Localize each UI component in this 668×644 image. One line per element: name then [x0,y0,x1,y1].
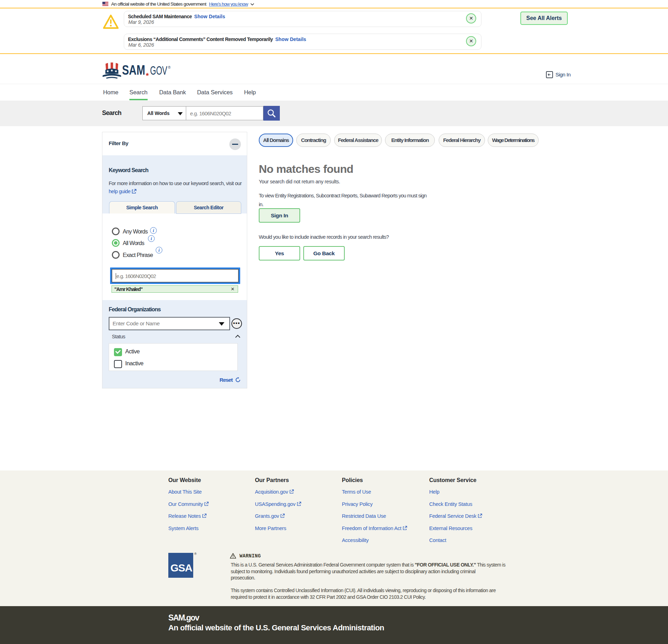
svg-text:GOV: GOV [150,63,167,77]
svg-text:®: ® [168,66,171,69]
svg-text:SAM: SAM [122,63,145,77]
